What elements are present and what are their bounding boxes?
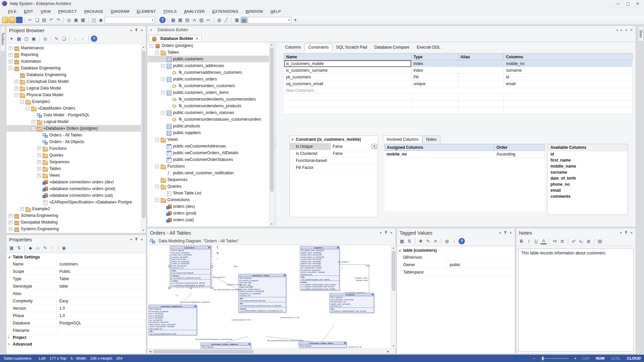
close-panel-icon[interactable]: ✕: [630, 231, 633, 235]
dbb-tree-item[interactable]: fk_customersordersitems_products: [148, 103, 269, 109]
tree-expander-icon[interactable]: +: [9, 221, 12, 224]
move-up-icon[interactable]: ↑: [72, 36, 78, 42]
column-header-columns[interactable]: Columns: [504, 54, 633, 60]
pin-icon[interactable]: [135, 28, 138, 32]
dbb-tree-item[interactable]: −public.customers_orders_statuses: [148, 109, 269, 116]
tree-expander-icon[interactable]: +: [14, 86, 18, 90]
redo-icon[interactable]: ↷: [55, 17, 61, 23]
menu-project[interactable]: PROJECT: [55, 8, 80, 14]
menu-help[interactable]: HELP: [267, 8, 284, 14]
tree-expander-icon[interactable]: −: [161, 91, 165, 95]
project-tree-item[interactable]: «database connection» orders (uat): [7, 192, 141, 199]
constraint-row[interactable]: pk_customersPKid: [284, 74, 633, 80]
available-column-item[interactable]: middle_name: [548, 163, 628, 169]
dbb-tree-item[interactable]: public.vwCustomerOrderStatuses: [148, 156, 269, 163]
default-style-combobox[interactable]: ▾: [105, 17, 155, 23]
bullet-list-button[interactable]: •≡: [552, 238, 558, 244]
dropdown-button[interactable]: ▼: [372, 144, 377, 149]
panel-overflow-icon[interactable]: »: [150, 27, 152, 32]
status-toggle-num[interactable]: NUM: [596, 356, 604, 360]
tree-expander-icon[interactable]: −: [9, 66, 12, 70]
available-column-item[interactable]: id: [548, 151, 628, 157]
dbb-tree-item[interactable]: public.send_customer_notification: [148, 170, 269, 176]
copy-dropdown-icon[interactable]: ❏: [61, 36, 67, 42]
tree-expander-icon[interactable]: −: [14, 93, 18, 97]
close-panel-icon[interactable]: ✕: [390, 231, 393, 235]
new-element-icon[interactable]: ▣: [31, 36, 37, 42]
package-browser-icon[interactable]: ◫: [91, 17, 97, 23]
zoom-in-button[interactable]: +: [574, 356, 577, 360]
close-panel-icon[interactable]: ✕: [141, 238, 143, 241]
menu-analyzer[interactable]: ANALYZER: [181, 8, 208, 14]
dbb-tree-item[interactable]: public.vwCustomerAddresses: [148, 143, 269, 149]
list-icon[interactable]: ≔: [205, 17, 212, 23]
entity-products[interactable]: products*PK id: bigserialshort_descripti…: [329, 293, 374, 313]
property-row[interactable]: Phase1.0: [7, 312, 146, 319]
project-tree-item[interactable]: +Queries: [7, 152, 141, 159]
menu-tools[interactable]: TOOLS: [160, 8, 180, 14]
menu-edit[interactable]: EDIT: [21, 8, 37, 14]
project-tree-item[interactable]: −Physical Data Model: [7, 92, 141, 98]
nav-back-icon[interactable]: ◂: [616, 28, 618, 32]
categorized-icon[interactable]: ▦: [8, 245, 15, 251]
project-tree-item[interactable]: +Reporting: [7, 51, 141, 58]
dbb-tree-item[interactable]: public.vwCustomerOrders_AllDetails: [148, 149, 269, 156]
new-window-icon[interactable]: ▣: [73, 17, 79, 23]
element-icon[interactable]: ◇: [35, 245, 41, 251]
menu-file[interactable]: FILE: [5, 8, 20, 14]
property-row[interactable]: Stereotypetable: [7, 283, 146, 290]
save-icon[interactable]: [16, 17, 22, 23]
toolbar-overflow-icon[interactable]: ▾: [292, 17, 299, 23]
selection-handle[interactable]: [211, 265, 213, 267]
show-tags-icon[interactable]: ◍: [444, 238, 450, 244]
constraint-property-row[interactable]: Is UniqueFalse▼: [290, 143, 378, 150]
property-row[interactable]: Alias: [7, 290, 146, 297]
dbb-tree-item[interactable]: orders (dev): [148, 203, 269, 210]
project-tree-item[interactable]: +Conceptual Data Model: [7, 78, 141, 85]
tree-expander-icon[interactable]: +: [9, 214, 12, 218]
toolbox-side-tab[interactable]: Toolbox: [0, 26, 6, 52]
project-tree-item[interactable]: +Geospatial Modeling: [7, 219, 141, 226]
property-row[interactable]: TypeTable: [7, 275, 146, 283]
dbb-tree-item[interactable]: public.products: [148, 123, 269, 129]
project-tree-item[interactable]: +Tables: [7, 165, 141, 172]
tree-expander-icon[interactable]: +: [20, 207, 24, 211]
property-row[interactable]: ScopePublic: [7, 268, 146, 275]
selection-handle[interactable]: [168, 265, 170, 267]
panel-menu-icon[interactable]: ▾: [130, 28, 132, 32]
preview-icon[interactable]: ◉: [61, 245, 67, 251]
tree-expander-icon[interactable]: −: [32, 127, 35, 130]
tree-expander-icon[interactable]: +: [37, 160, 41, 164]
dbb-tree-item[interactable]: −Connections: [148, 196, 269, 203]
selection-handle[interactable]: [168, 287, 170, 289]
bold-button[interactable]: B: [518, 238, 525, 244]
tree-expander-icon[interactable]: +: [9, 227, 12, 231]
project-browser-scrollbar[interactable]: ▲ ▼: [141, 45, 146, 233]
dbb-tree-item[interactable]: Show Table List: [148, 190, 269, 196]
project-tree-item[interactable]: +Logical Data Model: [7, 85, 141, 92]
dbb-tree-item[interactable]: fk_customersaddresses_customers: [148, 69, 269, 76]
hyperlink-icon[interactable]: ◍: [216, 17, 222, 23]
minimize-button[interactable]: —: [616, 1, 620, 6]
subscript-button[interactable]: x₂: [578, 238, 584, 244]
cut-icon[interactable]: ✂: [27, 17, 33, 23]
tree-expander-icon[interactable]: −: [150, 44, 153, 48]
sort-az-icon[interactable]: ⇅: [16, 245, 22, 251]
status-toggle-cloud[interactable]: CLOUD: [627, 356, 641, 360]
tree-expander-icon[interactable]: −: [161, 64, 165, 68]
dbb-tree-item[interactable]: orders (uat): [148, 217, 269, 223]
project-tree-item[interactable]: Orders - All Objects: [7, 138, 141, 145]
project-tree-item[interactable]: +Views: [7, 172, 141, 179]
entity-customers_addresses[interactable]: customers_addresses*PK id: bigserialFK c…: [148, 305, 197, 335]
close-panel-icon[interactable]: ✕: [630, 28, 633, 32]
project-tree-item[interactable]: +Functions: [7, 145, 141, 152]
project-tree-item[interactable]: +Automation: [7, 58, 141, 65]
selected-entity-frame[interactable]: customers*PK id: bigserialfirst_name: va…: [169, 245, 212, 288]
tree-expander-icon[interactable]: +: [9, 60, 12, 63]
project-tree-item[interactable]: +Example2: [7, 205, 141, 212]
help-icon[interactable]: ?: [91, 36, 97, 42]
entity-customers_orders_items[interactable]: customers_orders_items*PK id: bigserial: [299, 342, 346, 348]
close-panel-icon[interactable]: ✕: [141, 28, 143, 32]
dbb-tree-item[interactable]: −Functions: [148, 163, 269, 170]
pin-icon[interactable]: [504, 231, 506, 235]
